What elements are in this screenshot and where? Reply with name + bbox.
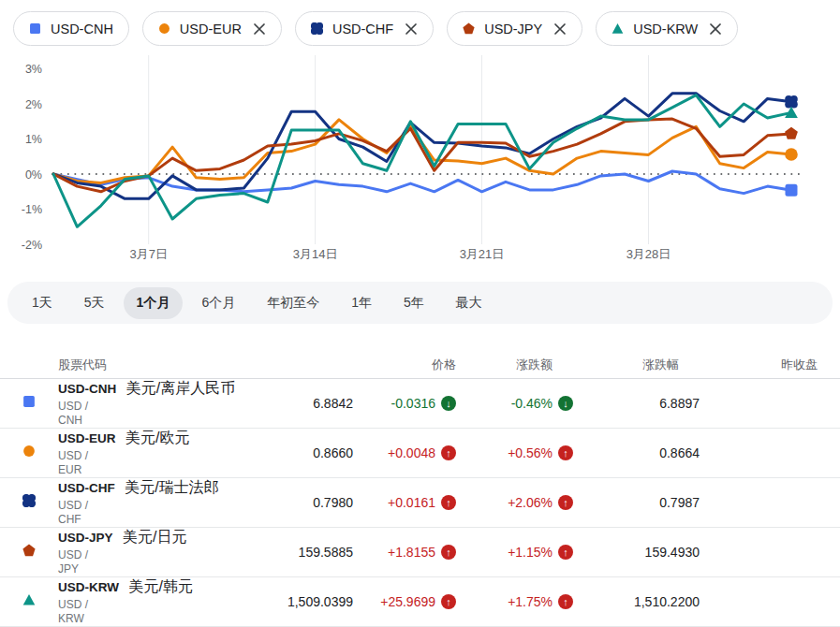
- ticker-label: USD-KRW: [58, 580, 119, 594]
- currency-pair-sub: USD / CNH: [58, 400, 94, 428]
- svg-text:1%: 1%: [25, 133, 42, 146]
- prev-close-value: 159.4930: [573, 545, 700, 560]
- svg-text:2%: 2%: [25, 98, 42, 111]
- table-row[interactable]: USD-JPY 美元/日元 USD / JPY 159.5885 +1.8155…: [0, 528, 840, 577]
- series-shape-icon: [612, 22, 624, 35]
- price-value: 1,509.0399: [94, 594, 353, 609]
- series-shape-icon: [311, 22, 323, 35]
- ticker-label: USD-CNH: [58, 382, 116, 396]
- series-shape-icon: [22, 445, 36, 461]
- close-icon[interactable]: [253, 22, 266, 36]
- comparison-chips-row: USD-CNH USD-EUR USD-CHF USD-JPY USD-KRW: [0, 0, 840, 46]
- col-change-pct: 涨跌幅: [573, 357, 700, 373]
- svg-text:3月21日: 3月21日: [460, 247, 505, 261]
- currency-chip[interactable]: USD-CNH: [13, 11, 129, 46]
- svg-text:3月7日: 3月7日: [129, 247, 167, 261]
- chip-label: USD-CHF: [332, 22, 393, 36]
- table-row[interactable]: USD-CNH 美元/离岸人民币 USD / CNH 6.8842 -0.031…: [0, 379, 840, 429]
- prev-close-value: 6.8897: [573, 396, 700, 411]
- currency-name: 美元/日元: [123, 529, 186, 545]
- change-direction-icon: ↑: [441, 495, 456, 510]
- svg-text:-2%: -2%: [22, 239, 42, 252]
- svg-text:0%: 0%: [25, 168, 42, 182]
- chip-label: USD-EUR: [180, 22, 242, 36]
- time-range-bar: 1天 5天 1个月 6个月 年初至今 1年 5年 最大: [7, 282, 833, 324]
- change-percent-value: -0.46%↓: [456, 396, 573, 411]
- currency-pair-sub: USD / JPY: [58, 548, 94, 576]
- ticker-label: USD-CHF: [58, 481, 115, 495]
- change-direction-icon: ↑: [441, 545, 456, 560]
- chip-label: USD-CNH: [51, 22, 113, 36]
- time-range-button[interactable]: 5天: [71, 287, 118, 319]
- change-direction-icon: ↑: [441, 445, 456, 460]
- change-value: +0.0048↑: [353, 445, 456, 460]
- change-value: -0.0316↓: [353, 396, 456, 411]
- change-direction-icon: ↑: [441, 594, 456, 609]
- series-shape-icon: [158, 22, 170, 35]
- currency-chip[interactable]: USD-CHF: [295, 11, 434, 46]
- currency-pair-sub: USD / EUR: [58, 449, 94, 477]
- price-value: 159.5885: [94, 545, 353, 560]
- currency-chip[interactable]: USD-KRW: [596, 11, 738, 46]
- change-percent-value: +2.06%↑: [456, 495, 573, 510]
- prev-close-value: 0.7987: [573, 495, 700, 510]
- currency-name: 美元/瑞士法郎: [125, 479, 218, 495]
- col-ticker: 股票代码: [58, 357, 353, 373]
- price-value: 6.8842: [94, 396, 353, 411]
- currency-pair-sub: USD / CHF: [58, 499, 94, 527]
- table-row[interactable]: USD-KRW 美元/韩元 USD / KRW 1,509.0399 +25.9…: [0, 577, 840, 627]
- change-direction-icon: ↓: [441, 396, 456, 411]
- comparison-chart[interactable]: 3%2%1%0%-1%-2%3月7日3月14日3月21日3月28日: [0, 53, 840, 282]
- currency-chip[interactable]: USD-JPY: [447, 11, 582, 46]
- currency-name: 美元/欧元: [125, 430, 189, 445]
- change-direction-icon: ↑: [558, 495, 573, 510]
- change-value: +1.8155↑: [353, 545, 456, 560]
- time-range-button[interactable]: 1年: [338, 287, 385, 319]
- currency-pair-sub: USD / KRW: [58, 598, 94, 626]
- ticker-label: USD-EUR: [58, 431, 116, 445]
- quotes-table: 股票代码 价格 涨跌额 涨跌幅 昨收盘 USD-CNH 美元/离岸人民币 USD…: [0, 352, 840, 627]
- close-icon[interactable]: [709, 22, 722, 36]
- svg-text:3月14日: 3月14日: [293, 247, 338, 261]
- ticker-label: USD-JPY: [58, 531, 113, 545]
- col-change: 涨跌额: [456, 357, 573, 373]
- series-shape-icon: [22, 593, 36, 610]
- time-range-button[interactable]: 1个月: [124, 287, 184, 319]
- table-header: 股票代码 价格 涨跌额 涨跌幅 昨收盘: [0, 352, 840, 379]
- table-row[interactable]: USD-EUR 美元/欧元 USD / EUR 0.8660 +0.0048↑ …: [0, 429, 840, 478]
- time-range-button[interactable]: 5年: [391, 287, 437, 319]
- time-range-button[interactable]: 年初至今: [254, 287, 332, 319]
- table-row[interactable]: USD-CHF 美元/瑞士法郎 USD / CHF 0.7980 +0.0161…: [0, 478, 840, 528]
- change-direction-icon: ↑: [558, 545, 573, 560]
- currency-name: 美元/韩元: [128, 578, 192, 594]
- change-percent-value: +0.56%↑: [456, 445, 573, 460]
- price-value: 0.8660: [94, 445, 353, 460]
- change-value: +25.9699↑: [353, 594, 456, 609]
- currency-chip[interactable]: USD-EUR: [142, 11, 282, 46]
- change-direction-icon: ↓: [558, 396, 573, 411]
- change-direction-icon: ↑: [558, 594, 573, 609]
- time-range-button[interactable]: 最大: [443, 287, 495, 319]
- svg-text:3月28日: 3月28日: [626, 247, 671, 261]
- currency-name: 美元/离岸人民币: [126, 380, 235, 396]
- prev-close-value: 1,510.2200: [573, 594, 700, 609]
- series-shape-icon: [22, 494, 36, 511]
- chip-label: USD-KRW: [633, 22, 698, 36]
- time-range-button[interactable]: 6个月: [188, 287, 248, 319]
- price-value: 0.7980: [94, 495, 353, 510]
- series-shape-icon: [22, 395, 36, 412]
- svg-text:-1%: -1%: [22, 203, 42, 216]
- chip-label: USD-JPY: [484, 22, 542, 36]
- time-range-button[interactable]: 1天: [19, 287, 66, 319]
- close-icon[interactable]: [405, 22, 418, 36]
- col-price: 价格: [353, 357, 456, 373]
- close-icon[interactable]: [553, 22, 567, 36]
- change-percent-value: +1.15%↑: [456, 545, 573, 560]
- series-shape-icon: [22, 544, 36, 561]
- svg-text:3%: 3%: [25, 63, 42, 76]
- change-value: +0.0161↑: [353, 495, 456, 510]
- change-direction-icon: ↑: [558, 445, 573, 460]
- chart-canvas[interactable]: 3%2%1%0%-1%-2%3月7日3月14日3月21日3月28日: [0, 53, 840, 282]
- series-shape-icon: [463, 22, 475, 35]
- table-body: USD-CNH 美元/离岸人民币 USD / CNH 6.8842 -0.031…: [0, 379, 840, 627]
